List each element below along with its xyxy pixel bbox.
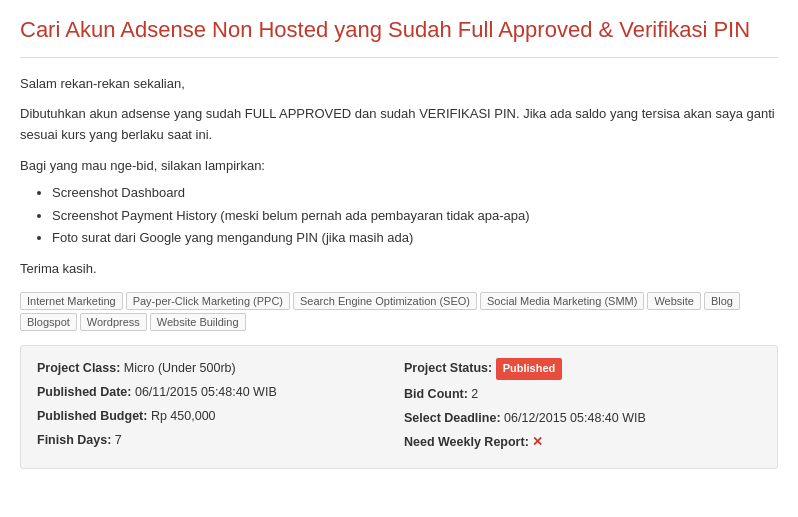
list-item: Foto surat dari Google yang mengandung P… [52, 228, 778, 249]
project-class-row: Project Class: Micro (Under 500rb) [37, 358, 394, 378]
tags-container: Internet Marketing Pay-per-Click Marketi… [20, 292, 778, 331]
published-date-label: Published Date: [37, 385, 131, 399]
project-status-row: Project Status: Published [404, 358, 761, 380]
budget-value: Rp 450,000 [151, 409, 216, 423]
list-intro-text: Bagi yang mau nge-bid, silakan lampirkan… [20, 156, 778, 177]
tag-seo[interactable]: Search Engine Optimization (SEO) [293, 292, 477, 310]
budget-row: Published Budget: Rp 450,000 [37, 406, 394, 426]
page-title: Cari Akun Adsense Non Hosted yang Sudah … [20, 16, 778, 58]
deadline-value: 06/12/2015 05:48:40 WIB [504, 411, 646, 425]
info-col-right: Project Status: Published Bid Count: 2 S… [404, 358, 761, 456]
tag-blog[interactable]: Blog [704, 292, 740, 310]
finish-days-value: 7 [115, 433, 122, 447]
status-badge: Published [496, 358, 563, 380]
tag-smm[interactable]: Social Media Marketing (SMM) [480, 292, 644, 310]
weekly-report-row: Need Weekly Report: ✕ [404, 432, 761, 452]
tag-website[interactable]: Website [647, 292, 701, 310]
requirements-list: Screenshot Dashboard Screenshot Payment … [52, 183, 778, 249]
list-item: Screenshot Payment History (meski belum … [52, 206, 778, 227]
tag-blogspot[interactable]: Blogspot [20, 313, 77, 331]
bid-count-row: Bid Count: 2 [404, 384, 761, 404]
weekly-report-label: Need Weekly Report: [404, 435, 529, 449]
deadline-label: Select Deadline: [404, 411, 501, 425]
bid-count-label: Bid Count: [404, 387, 468, 401]
intro-text: Salam rekan-rekan sekalian, [20, 74, 778, 95]
thanks-text: Terima kasih. [20, 259, 778, 280]
project-status-label: Project Status: [404, 361, 492, 375]
body-text-1: Dibutuhkan akun adsense yang sudah FULL … [20, 104, 778, 146]
weekly-report-value: ✕ [532, 435, 543, 449]
budget-label: Published Budget: [37, 409, 147, 423]
tag-ppc[interactable]: Pay-per-Click Marketing (PPC) [126, 292, 290, 310]
published-date-value: 06/11/2015 05:48:40 WIB [135, 385, 277, 399]
bid-count-value: 2 [471, 387, 478, 401]
finish-days-label: Finish Days: [37, 433, 111, 447]
info-col-left: Project Class: Micro (Under 500rb) Publi… [37, 358, 394, 456]
finish-days-row: Finish Days: 7 [37, 430, 394, 450]
project-info-box: Project Class: Micro (Under 500rb) Publi… [20, 345, 778, 469]
tag-internet-marketing[interactable]: Internet Marketing [20, 292, 123, 310]
project-class-label: Project Class: [37, 361, 120, 375]
published-date-row: Published Date: 06/11/2015 05:48:40 WIB [37, 382, 394, 402]
list-item: Screenshot Dashboard [52, 183, 778, 204]
deadline-row: Select Deadline: 06/12/2015 05:48:40 WIB [404, 408, 761, 428]
tag-wordpress[interactable]: Wordpress [80, 313, 147, 331]
tag-website-building[interactable]: Website Building [150, 313, 246, 331]
project-class-value: Micro (Under 500rb) [124, 361, 236, 375]
